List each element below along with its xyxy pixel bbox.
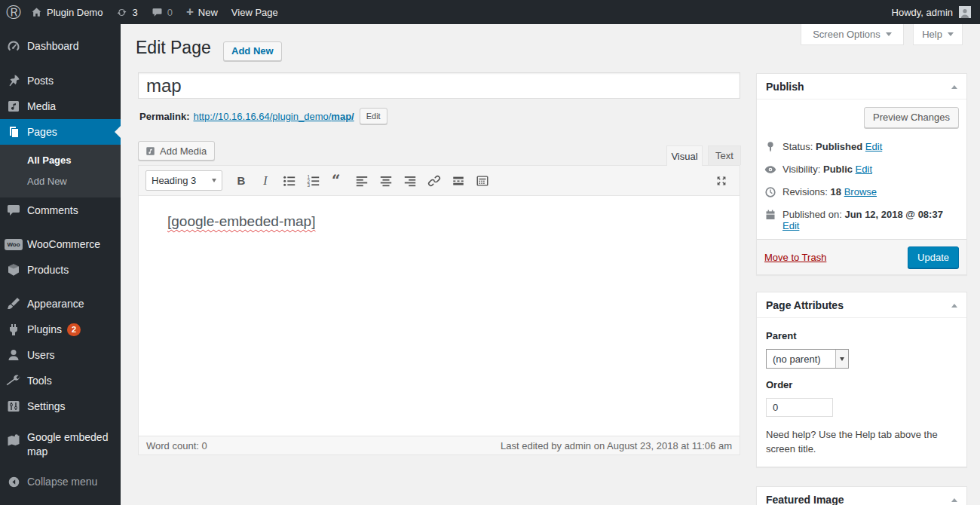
edit-published-date-link[interactable]: Edit: [782, 220, 799, 231]
howdy-label: Howdy, admin: [892, 7, 953, 18]
comment-bubble-icon: [152, 7, 163, 18]
screen-options-tab[interactable]: Screen Options: [801, 24, 904, 45]
numbered-list-button[interactable]: 123: [302, 171, 325, 191]
comments-link[interactable]: 0: [145, 0, 179, 24]
view-page-link[interactable]: View Page: [225, 0, 285, 24]
chevron-down-icon: [212, 179, 216, 182]
sidebar-item-label: Settings: [27, 400, 66, 412]
settings-sliders-icon: [0, 399, 27, 414]
sidebar-item-appearance[interactable]: Appearance: [0, 291, 121, 317]
bold-button[interactable]: B: [230, 171, 253, 191]
sidebar-item-label: Products: [27, 264, 69, 276]
sidebar-item-label: Pages: [27, 126, 57, 138]
insert-link-button[interactable]: [423, 171, 446, 191]
page-attributes-header[interactable]: Page Attributes: [757, 292, 966, 318]
permalink-url-link[interactable]: http://10.16.16.64/plugin_demo/map/: [193, 111, 354, 122]
blockquote-button[interactable]: “: [326, 171, 349, 191]
site-name-link[interactable]: Plugin Demo: [24, 0, 109, 24]
edit-status-link[interactable]: Edit: [865, 141, 882, 152]
sidebar-item-label: Users: [27, 349, 55, 361]
sidebar-item-plugins[interactable]: Plugins 2: [0, 317, 121, 342]
featured-image-header[interactable]: Featured Image: [757, 487, 966, 505]
sidebar-item-pages[interactable]: Pages: [0, 119, 121, 145]
sidebar-item-label: Appearance: [27, 298, 84, 310]
sidebar-item-label: Posts: [27, 75, 54, 87]
sidebar-item-label: Dashboard: [27, 40, 79, 52]
plugins-update-badge: 2: [67, 323, 81, 336]
align-right-button[interactable]: [399, 171, 421, 191]
featured-image-panel: Featured Image: [756, 486, 967, 505]
align-center-button[interactable]: [375, 171, 397, 191]
submenu-item-add-new[interactable]: Add New: [0, 171, 121, 192]
add-new-page-button[interactable]: Add New: [223, 41, 282, 61]
collapse-panel-icon[interactable]: [951, 304, 957, 308]
wordpress-logo-icon: Ⓡ: [6, 0, 21, 24]
update-button[interactable]: Update: [908, 246, 959, 268]
collapse-panel-icon[interactable]: [951, 85, 957, 89]
visual-editor-tab[interactable]: Visual: [666, 145, 703, 166]
paragraph-format-select[interactable]: Heading 3: [145, 170, 222, 191]
add-media-icon: [145, 145, 156, 157]
edit-visibility-link[interactable]: Edit: [856, 164, 872, 175]
sidebar-item-media[interactable]: Media: [0, 93, 121, 119]
sidebar-item-tools[interactable]: Tools: [0, 368, 121, 393]
sidebar-item-label: Collapse menu: [27, 476, 97, 488]
toolbar-toggle-button[interactable]: [471, 171, 494, 191]
editor-toolbar: Heading 3 B I 123 “: [139, 166, 740, 196]
publish-panel-header[interactable]: Publish: [757, 74, 966, 99]
admin-bar: Ⓡ Plugin Demo 3 0 + New View Page: [0, 0, 980, 24]
updates-link[interactable]: 3: [109, 0, 144, 24]
wp-logo-menu[interactable]: Ⓡ: [0, 0, 24, 24]
italic-button[interactable]: I: [254, 171, 277, 191]
shortcode-text: [google-embeded-map]: [167, 213, 315, 229]
new-content-menu[interactable]: + New: [179, 0, 225, 24]
menu-separator: [0, 283, 121, 291]
order-input[interactable]: [766, 398, 833, 417]
sidebar-item-comments[interactable]: Comments: [0, 197, 121, 223]
sidebar-item-label: WooCommerce: [27, 238, 100, 250]
editor-status-bar: Word count: 0 Last edited by admin on Au…: [139, 436, 740, 454]
help-label: Help: [922, 29, 942, 40]
editor-content[interactable]: [google-embeded-map]: [139, 196, 740, 436]
align-left-button[interactable]: [351, 171, 373, 191]
menu-separator: [0, 59, 121, 68]
revisions-row: Revisions: 18 Browse: [757, 181, 966, 204]
page-title: Edit Page: [136, 38, 211, 58]
move-to-trash-link[interactable]: Move to Trash: [764, 252, 826, 263]
comments-count: 0: [167, 7, 173, 18]
last-edited-info: Last edited by admin on August 23, 2018 …: [501, 440, 732, 451]
help-note: Need help? Use the Help tab above the sc…: [766, 428, 954, 457]
page-attributes-body: Parent (no parent) Order Need help? Use …: [757, 318, 966, 466]
site-name-label: Plugin Demo: [47, 7, 103, 18]
add-media-button[interactable]: Add Media: [138, 141, 215, 161]
preview-changes-button[interactable]: Preview Changes: [864, 107, 959, 128]
sidebar-item-users[interactable]: Users: [0, 342, 121, 368]
sidebar-item-settings[interactable]: Settings: [0, 393, 121, 419]
sidebar-item-posts[interactable]: Posts: [0, 68, 121, 93]
post-title-input[interactable]: [138, 72, 740, 99]
map-pin-icon: [0, 433, 27, 448]
visibility-eye-icon: [764, 164, 776, 176]
bullet-list-button[interactable]: [278, 171, 301, 191]
collapse-panel-icon[interactable]: [951, 498, 957, 502]
insert-more-tag-button[interactable]: [447, 171, 470, 191]
status-row: Status: Published Edit: [757, 136, 966, 158]
browse-revisions-link[interactable]: Browse: [844, 186, 877, 197]
sidebar-item-products[interactable]: Products: [0, 257, 121, 283]
collapse-menu-button[interactable]: Collapse menu: [0, 469, 121, 494]
pages-icon: [0, 124, 27, 139]
sidebar-item-dashboard[interactable]: Dashboard: [0, 33, 121, 59]
parent-page-select[interactable]: (no parent): [766, 349, 849, 369]
pages-submenu: All Pages Add New: [0, 145, 121, 197]
sidebar-item-woocommerce[interactable]: Woo WooCommerce: [0, 231, 121, 257]
comments-icon: [0, 203, 27, 218]
sidebar-item-google-embeded-map[interactable]: Google embeded map: [0, 427, 121, 461]
my-account-menu[interactable]: Howdy, admin: [883, 0, 980, 24]
text-editor-tab[interactable]: Text: [708, 145, 741, 165]
edit-permalink-button[interactable]: Edit: [360, 108, 387, 124]
submenu-item-all-pages[interactable]: All Pages: [0, 150, 121, 171]
collapse-arrow-icon: [0, 476, 27, 488]
help-tab[interactable]: Help: [913, 24, 963, 45]
fullscreen-button[interactable]: [710, 171, 733, 191]
post-status-pin-icon: [764, 141, 776, 153]
